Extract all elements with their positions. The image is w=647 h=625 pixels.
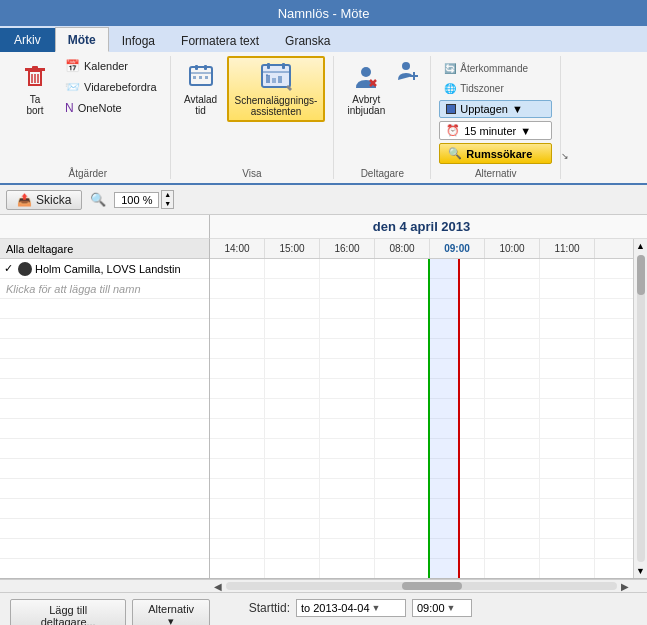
- zoom-down-arrow[interactable]: ▼: [162, 200, 173, 208]
- deltagare-label: Deltagare: [361, 168, 404, 179]
- status-dropdown[interactable]: Upptagen ▼: [439, 100, 552, 118]
- scroll-right-arrow[interactable]: ▶: [617, 581, 633, 592]
- time-15: 15:00: [265, 239, 320, 258]
- zoom-arrows[interactable]: ▲ ▼: [161, 190, 174, 209]
- svg-rect-18: [272, 78, 276, 83]
- tab-formatera-text[interactable]: Formatera text: [168, 28, 272, 52]
- status-dropdown-arrow: ▼: [512, 103, 523, 115]
- start-label: Starttid:: [230, 601, 290, 615]
- grid-row: [210, 519, 633, 539]
- bottom-panel: Lägg till deltagare... Alternativ ▾ Lägg…: [0, 593, 647, 625]
- tab-mote[interactable]: Möte: [55, 27, 109, 52]
- alternativ-label: Alternativ: [475, 168, 517, 179]
- time-dropdown[interactable]: ⏰ 15 minuter ▼: [439, 121, 552, 140]
- start-time-select[interactable]: 09:00 ▼: [412, 599, 472, 617]
- send-button[interactable]: 📤 Skicka: [6, 190, 82, 210]
- grid-row: [210, 439, 633, 459]
- tab-arkiv[interactable]: Arkiv: [0, 28, 55, 52]
- svg-rect-19: [278, 76, 282, 83]
- ribbon-expand-icon: ↘: [561, 151, 569, 161]
- tab-infoga[interactable]: Infoga: [109, 28, 168, 52]
- onenote-icon: N: [65, 101, 74, 115]
- grid-row: [210, 419, 633, 439]
- svg-rect-11: [199, 76, 202, 79]
- atgarder-small-buttons: 📅 Kalender 📨 Vidarebefordra N OneNote: [60, 56, 162, 118]
- ribbon-expand[interactable]: ↘: [561, 56, 569, 179]
- room-search-icon: 🔍: [448, 147, 462, 160]
- avbryt-inbjudan-icon: [350, 60, 382, 92]
- svg-rect-8: [195, 65, 198, 70]
- avbryt-inbjudan-button[interactable]: Avbrytinbjudan: [342, 56, 390, 120]
- toolbar: 📤 Skicka 🔍 ▲ ▼: [0, 185, 647, 215]
- end-line: [458, 259, 460, 578]
- schemalaggning-button[interactable]: Schemaläggnings-assistenten: [227, 56, 326, 122]
- svg-rect-12: [205, 76, 208, 79]
- scroll-thumb-h[interactable]: [402, 582, 462, 590]
- svg-point-22: [361, 67, 371, 77]
- time-14: 14:00: [210, 239, 265, 258]
- svg-rect-10: [193, 76, 196, 79]
- visa-items: Avtaladtid Schemalägg: [179, 56, 326, 164]
- aterkommunande-icon: 🔄: [444, 63, 456, 74]
- grid-row: [210, 559, 633, 578]
- title-text: Namnlös - Möte: [278, 6, 370, 21]
- scroll-down-arrow[interactable]: ▼: [634, 564, 647, 578]
- ribbon-group-visa: Avtaladtid Schemalägg: [171, 56, 335, 179]
- scroll-up-arrow[interactable]: ▲: [634, 239, 647, 253]
- time-grid: 14:00 15:00 16:00 08:00 09:00 10:00 11:0…: [210, 239, 633, 578]
- status-icon: [446, 104, 456, 114]
- svg-point-25: [402, 62, 410, 70]
- avtalad-tid-button[interactable]: Avtaladtid: [179, 56, 223, 120]
- grid-body: [210, 259, 633, 578]
- time-icon: ⏰: [446, 124, 460, 137]
- alternativ-controls: 🔄 Återkommande 🌐 Tidszoner Upptagen ▼ ⏰ …: [439, 56, 552, 164]
- svg-rect-17: [266, 75, 270, 83]
- atgarder-items: Tabort 📅 Kalender 📨 Vidarebefordra N One…: [14, 56, 162, 164]
- scroll-thumb-v[interactable]: [637, 255, 645, 295]
- deltagare-items: Avbrytinbjudan: [342, 56, 422, 164]
- ribbon-tabs: Arkiv Möte Infoga Formatera text Granska: [0, 26, 647, 52]
- date-header-row: den 4 april 2013: [0, 215, 647, 239]
- visa-label: Visa: [242, 168, 261, 179]
- add-name-row[interactable]: Klicka för att lägga till namn: [0, 279, 209, 299]
- room-search-button[interactable]: 🔍 Rumssökare: [439, 143, 552, 164]
- toolbar-search-icon: 🔍: [90, 192, 106, 207]
- time-08: 08:00: [375, 239, 430, 258]
- scheduling-section: den 4 april 2013 Alla deltagare ✓ Holm C…: [0, 215, 647, 593]
- zoom-control: ▲ ▼: [114, 190, 174, 209]
- tab-granska[interactable]: Granska: [272, 28, 343, 52]
- grid-row: [210, 299, 633, 319]
- attendee-row-1[interactable]: ✓ Holm Camilla, LOVS Landstin: [0, 259, 209, 279]
- empty-attendee-rows: [0, 299, 209, 578]
- aterkommunande-button[interactable]: 🔄 Återkommande: [439, 60, 552, 77]
- svg-rect-9: [204, 65, 207, 70]
- svg-rect-16: [282, 63, 285, 69]
- tabort-icon: [19, 60, 51, 92]
- vidarebefordra-button[interactable]: 📨 Vidarebefordra: [60, 77, 162, 97]
- ribbon-group-alternativ: 🔄 Återkommande 🌐 Tidszoner Upptagen ▼ ⏰ …: [431, 56, 561, 179]
- scroll-left-arrow[interactable]: ◀: [210, 581, 226, 592]
- horizontal-scrollbar[interactable]: ◀ ▶: [0, 579, 647, 593]
- start-date-select[interactable]: to 2013-04-04 ▼: [296, 599, 406, 617]
- ribbon-content: Tabort 📅 Kalender 📨 Vidarebefordra N One…: [0, 52, 647, 185]
- start-time-row: Starttid: to 2013-04-04 ▼ 09:00 ▼: [230, 599, 472, 617]
- ribbon-group-deltagare: Avbrytinbjudan Deltagare: [334, 56, 431, 179]
- vidarebefordra-icon: 📨: [65, 80, 80, 94]
- tabort-button[interactable]: Tabort: [14, 56, 56, 120]
- alternativ-button[interactable]: Alternativ ▾: [132, 599, 210, 625]
- tidszoner-button[interactable]: 🌐 Tidszoner: [439, 80, 552, 97]
- add-attendees-button[interactable]: Lägg till deltagare...: [10, 599, 126, 625]
- onenote-button[interactable]: N OneNote: [60, 98, 162, 118]
- add-attendee-icon[interactable]: [394, 56, 422, 84]
- zoom-input[interactable]: [114, 192, 159, 208]
- attendee-header-spacer: [0, 215, 210, 239]
- ribbon-group-atgarder: Tabort 📅 Kalender 📨 Vidarebefordra N One…: [6, 56, 171, 179]
- vertical-scrollbar[interactable]: ▲ ▼: [633, 239, 647, 578]
- zoom-up-arrow[interactable]: ▲: [162, 191, 173, 199]
- kalender-button[interactable]: 📅 Kalender: [60, 56, 162, 76]
- grid-row: [210, 499, 633, 519]
- time-16: 16:00: [320, 239, 375, 258]
- attendee-1-icon: [18, 262, 32, 276]
- bottom-buttons-col: Lägg till deltagare... Alternativ ▾ Lägg…: [10, 599, 210, 625]
- attendee-1-check: ✓: [4, 262, 18, 275]
